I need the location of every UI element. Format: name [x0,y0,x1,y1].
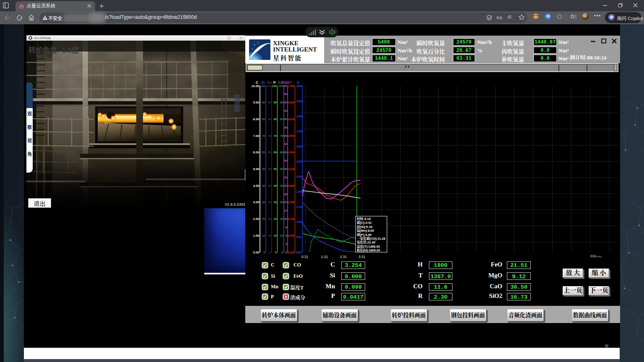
svg-text:10: 10 [280,234,283,237]
svg-text:1100: 1100 [288,251,294,254]
svg-text:P: P [273,80,276,85]
svg-text:1200: 1200 [296,205,303,209]
svg-text:30: 30 [262,201,265,204]
svg-text:30: 30 [284,151,287,154]
svg-text:3.00: 3.00 [253,200,259,204]
svg-text:20: 20 [273,217,277,220]
svg-text:38: 38 [284,126,287,129]
svg-text:50: 50 [280,168,283,171]
svg-text:70: 70 [280,134,283,137]
svg-text:0: 0 [286,251,287,254]
svg-text:60: 60 [280,151,283,154]
svg-text:30: 30 [268,201,271,204]
svg-text:1425: 1425 [287,167,294,171]
svg-text:70: 70 [268,134,271,137]
svg-text:40: 40 [262,184,265,187]
svg-text:1400: 1400 [296,190,303,194]
svg-text:100: 100 [278,85,283,88]
svg-text:1555: 1555 [287,134,294,138]
svg-text:4.00: 4.00 [253,184,259,188]
svg-text:20: 20 [280,217,283,220]
svg-text:1000: 1000 [296,220,303,224]
svg-text:90: 90 [273,101,277,104]
svg-text:800: 800 [296,235,301,239]
svg-text:100: 100 [272,85,277,88]
svg-text:50: 50 [268,168,271,171]
svg-text:70: 70 [273,134,277,137]
svg-text:5.00: 5.00 [253,167,259,171]
svg-text:9.00: 9.00 [253,101,259,104]
svg-text:100: 100 [266,85,271,88]
svg-text:8.00: 8.00 [253,117,259,121]
svg-text:7.00: 7.00 [253,134,259,138]
svg-text:T: T [289,80,292,85]
svg-text:C: C [256,80,258,85]
svg-text:70: 70 [262,134,265,137]
svg-text:43: 43 [284,109,287,112]
svg-text:10: 10 [262,234,265,237]
svg-text:80: 80 [268,118,271,121]
svg-text:80: 80 [273,118,277,121]
svg-text:80: 80 [262,118,265,121]
svg-text:枪位[H]:1800.00: 枪位[H]:1800.00 [357,248,380,252]
svg-text:1165: 1165 [288,234,294,238]
svg-text:2.00: 2.00 [253,217,259,221]
svg-text:28: 28 [284,159,287,162]
svg-text:1360: 1360 [287,184,294,188]
svg-text:10: 10 [268,234,271,237]
svg-text:Si: Si [261,80,265,85]
svg-text:48: 48 [284,93,287,96]
svg-text:20: 20 [262,217,265,220]
svg-text:1230: 1230 [287,217,294,221]
svg-text:5: 5 [286,234,287,237]
svg-text:0: 0 [264,251,265,254]
svg-text:3:31: 3:31 [358,255,366,259]
svg-text:35: 35 [284,134,287,137]
svg-text:13: 13 [284,209,287,212]
svg-text:15: 15 [284,201,287,204]
svg-text:90: 90 [280,101,283,104]
svg-text:0: 0 [282,251,283,254]
svg-text:1600: 1600 [296,175,303,178]
svg-text:3: 3 [286,243,287,246]
svg-text:60: 60 [262,151,265,154]
svg-text:0: 0 [275,251,277,254]
svg-text:0: 0 [270,251,271,254]
svg-text:8: 8 [286,226,287,229]
svg-text:33: 33 [284,142,287,145]
svg-text:0:31: 0:31 [301,255,309,259]
svg-text:60: 60 [273,151,277,154]
svg-text:H: H [297,80,299,85]
svg-text:20: 20 [284,184,287,187]
svg-text:1800: 1800 [296,160,303,163]
svg-text:50: 50 [273,168,277,171]
svg-text:40: 40 [284,118,287,121]
svg-text:2600: 2600 [296,99,303,103]
svg-text:Mn: Mn [267,80,272,85]
svg-text:FeO: FeO [282,80,289,85]
svg-text:50: 50 [262,168,265,171]
svg-text:80: 80 [280,118,283,121]
svg-text:30: 30 [273,201,277,204]
svg-text:1490: 1490 [287,150,294,154]
svg-text:2000: 2000 [296,145,303,148]
svg-text:90: 90 [262,101,265,104]
svg-text:1620: 1620 [287,117,294,121]
svg-text:时间(min): 时间(min) [590,254,602,258]
svg-text:2200: 2200 [296,129,303,133]
svg-text:23: 23 [284,176,287,179]
svg-text:1295: 1295 [287,200,294,204]
svg-text:30: 30 [280,201,283,204]
svg-text:0.00: 0.00 [253,251,259,254]
svg-text:10: 10 [284,217,287,220]
svg-text:1.00: 1.00 [253,234,259,238]
svg-text:40: 40 [273,184,277,187]
svg-text:40: 40 [268,184,271,187]
svg-text:100: 100 [260,85,265,88]
svg-text:60: 60 [268,151,271,154]
svg-text:2400: 2400 [296,114,303,118]
svg-text:10: 10 [273,234,277,237]
svg-text:1:31: 1:31 [321,255,328,259]
svg-text:45: 45 [284,101,287,104]
svg-text:1685: 1685 [287,101,294,104]
